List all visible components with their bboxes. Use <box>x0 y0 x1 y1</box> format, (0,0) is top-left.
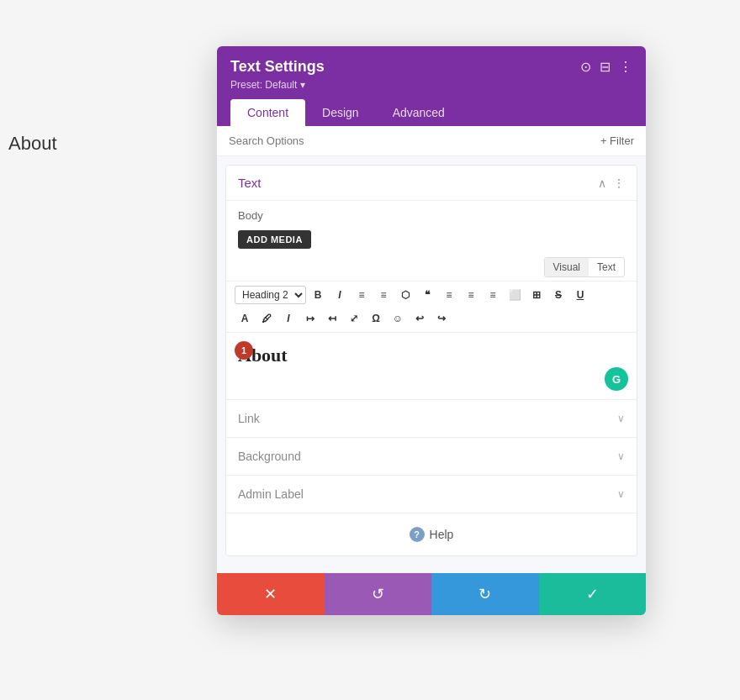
special-char-button[interactable]: Ω <box>366 308 386 329</box>
fullscreen-button[interactable]: ⤢ <box>344 308 364 329</box>
align-right-button[interactable]: ≡ <box>483 285 503 305</box>
add-media-button[interactable]: ADD MEDIA <box>238 230 311 249</box>
help-icon: ? <box>410 527 425 542</box>
body-label: Body <box>226 201 637 225</box>
link-button[interactable]: ⬡ <box>395 285 415 305</box>
admin-label-section[interactable]: Admin Label ∨ <box>226 476 637 513</box>
emoji-button[interactable]: ☺ <box>388 308 408 329</box>
help-row: ? Help <box>226 513 637 555</box>
more-options-icon[interactable]: ⋮ <box>619 59 632 75</box>
modal-header: Text Settings ⊙ ⊟ ⋮ Preset: Default ▾ Co… <box>217 46 646 126</box>
toolbar-row-1: Heading 2 B I ≡ ≡ ⬡ ❝ ≡ ≡ ≡ ⬜ ⊞ S <box>235 285 628 305</box>
editor-content[interactable]: 1 About G <box>226 333 637 400</box>
columns-icon[interactable]: ⊟ <box>600 59 610 75</box>
table-button[interactable]: ⊞ <box>526 285 547 305</box>
undo-button[interactable]: ↩ <box>410 308 430 329</box>
background-about-text: About <box>0 133 57 155</box>
search-input[interactable] <box>229 134 397 147</box>
modal-footer: ✕ ↺ ↻ ✓ <box>217 573 646 615</box>
preset-row: Preset: Default ▾ <box>230 79 632 91</box>
editor-toolbar: Heading 2 B I ≡ ≡ ⬡ ❝ ≡ ≡ ≡ ⬜ ⊞ S <box>226 281 637 333</box>
tab-content[interactable]: Content <box>230 99 305 126</box>
ordered-list-button[interactable]: ≡ <box>373 285 394 305</box>
link-chevron-icon: ∨ <box>617 413 625 424</box>
bullet-list-button[interactable]: ≡ <box>352 285 372 305</box>
modal-body: Text ∧ ⋮ Body ADD MEDIA Visual Text <box>217 156 646 615</box>
background-chevron-icon: ∨ <box>617 450 625 462</box>
tabs: Content Design Advanced <box>230 99 632 126</box>
link-label: Link <box>238 412 260 425</box>
tab-design[interactable]: Design <box>305 99 376 126</box>
admin-label-label: Admin Label <box>238 487 304 501</box>
align-center-button[interactable]: ≡ <box>461 285 481 305</box>
add-media-bar: ADD MEDIA <box>226 225 637 254</box>
outdent-button[interactable]: ↤ <box>322 308 342 329</box>
filter-button[interactable]: + Filter <box>600 134 634 147</box>
modal-title-icons: ⊙ ⊟ ⋮ <box>580 59 632 75</box>
section-title: Text <box>238 176 262 190</box>
cancel-button[interactable]: ✕ <box>217 573 325 615</box>
italic-button[interactable]: I <box>330 285 350 305</box>
background-section[interactable]: Background ∨ <box>226 438 637 476</box>
admin-label-chevron-icon: ∨ <box>617 488 625 500</box>
link-section[interactable]: Link ∨ <box>226 400 637 438</box>
save-button[interactable]: ✓ <box>539 573 647 615</box>
modal-title: Text Settings <box>230 58 325 76</box>
quote-button[interactable]: ❝ <box>417 285 437 305</box>
modal-title-row: Text Settings ⊙ ⊟ ⋮ <box>230 58 632 76</box>
italic2-button[interactable]: I <box>278 308 299 329</box>
step-badge: 1 <box>235 341 253 360</box>
undo-footer-button[interactable]: ↺ <box>325 573 432 615</box>
heading-select[interactable]: Heading 2 <box>235 286 306 304</box>
help-label[interactable]: Help <box>430 528 454 541</box>
align-justify-button[interactable]: ⬜ <box>505 285 525 305</box>
editor-toolbar-top: Visual Text <box>226 254 637 281</box>
editor-text[interactable]: About <box>238 345 625 366</box>
bold-button[interactable]: B <box>308 285 328 305</box>
indent-button[interactable]: ↦ <box>300 308 320 329</box>
visual-tab[interactable]: Visual <box>545 258 589 276</box>
paste-special-button[interactable]: 🖊 <box>256 308 277 329</box>
text-settings-modal: Text Settings ⊙ ⊟ ⋮ Preset: Default ▾ Co… <box>217 46 646 615</box>
text-section: Text ∧ ⋮ Body ADD MEDIA Visual Text <box>225 165 637 556</box>
tab-advanced[interactable]: Advanced <box>376 99 462 126</box>
section-controls: ∧ ⋮ <box>598 176 625 190</box>
preset-label[interactable]: Preset: Default ▾ <box>230 79 305 91</box>
strikethrough-button[interactable]: S <box>548 285 568 305</box>
redo-button[interactable]: ↪ <box>431 308 452 329</box>
text-color-button[interactable]: A <box>235 308 255 329</box>
collapse-icon[interactable]: ∧ <box>598 176 606 190</box>
text-tab[interactable]: Text <box>589 258 624 276</box>
background-label: Background <box>238 450 301 463</box>
section-header: Text ∧ ⋮ <box>226 166 637 201</box>
grammarly-badge: G <box>605 367 628 391</box>
align-left-button[interactable]: ≡ <box>439 285 459 305</box>
view-toggle: Visual Text <box>544 257 625 277</box>
redo-footer-button[interactable]: ↻ <box>431 573 539 615</box>
section-more-icon[interactable]: ⋮ <box>613 176 625 190</box>
page-background: About Text Settings ⊙ ⊟ ⋮ Preset: Defaul… <box>0 0 740 700</box>
focus-icon[interactable]: ⊙ <box>580 59 591 75</box>
filter-label: + Filter <box>600 134 634 147</box>
toolbar-row-2: A 🖊 I ↦ ↤ ⤢ Ω ☺ ↩ ↪ <box>235 308 628 329</box>
search-bar: + Filter <box>217 126 646 156</box>
underline-button[interactable]: U <box>570 285 590 305</box>
